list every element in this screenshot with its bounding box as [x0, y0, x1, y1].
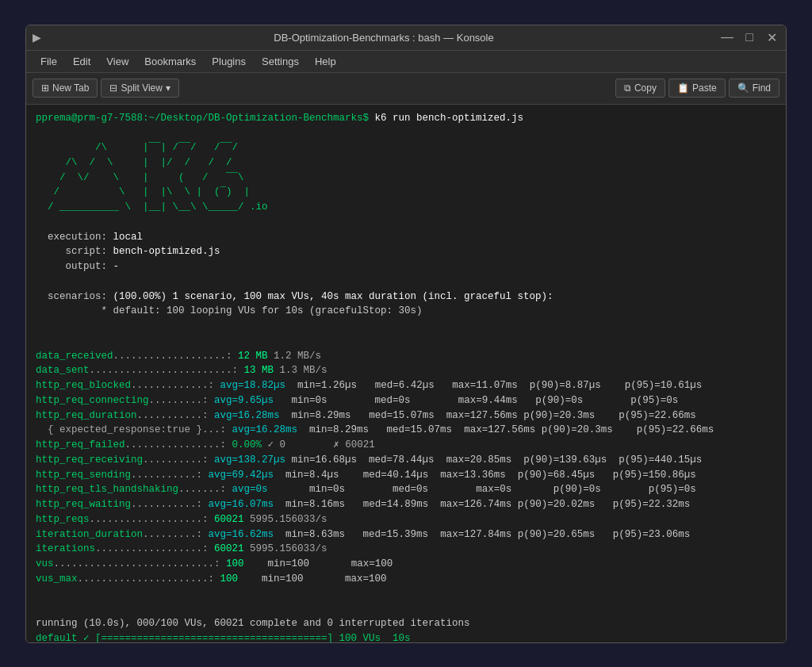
new-tab-icon: ⊞ [41, 82, 49, 94]
menu-bookmarks[interactable]: Bookmarks [136, 52, 204, 71]
menu-plugins[interactable]: Plugins [204, 52, 254, 71]
paste-button[interactable]: 📋 Paste [668, 79, 726, 98]
menu-view[interactable]: View [98, 52, 136, 71]
menu-help[interactable]: Help [307, 52, 344, 71]
menu-edit[interactable]: Edit [65, 52, 98, 71]
close-button[interactable]: ✕ [764, 30, 779, 45]
find-icon: 🔍 [737, 82, 749, 94]
menu-settings[interactable]: Settings [254, 52, 307, 71]
title-bar: ▶ DB-Optimization-Benchmarks : bash — Ko… [26, 25, 786, 51]
menubar: File Edit View Bookmarks Plugins Setting… [26, 51, 786, 73]
maximize-button[interactable]: □ [741, 30, 757, 44]
minimize-button[interactable]: — [719, 30, 735, 44]
konsole-window: ▶ DB-Optimization-Benchmarks : bash — Ko… [25, 25, 787, 643]
toolbar-right: ⧉ Copy 📋 Paste 🔍 Find [615, 79, 779, 98]
split-view-button[interactable]: ⊟ Split View ▾ [101, 79, 178, 98]
window-title: DB-Optimization-Benchmarks : bash — Kons… [48, 32, 719, 44]
menu-file[interactable]: File [33, 52, 65, 71]
toolbar-left: ⊞ New Tab ⊟ Split View ▾ [33, 79, 179, 98]
copy-button[interactable]: ⧉ Copy [615, 79, 665, 98]
split-view-icon: ⊟ [109, 82, 117, 94]
window-icon: ▶ [33, 31, 48, 44]
paste-icon: 📋 [677, 82, 689, 94]
find-button[interactable]: 🔍 Find [729, 79, 779, 98]
copy-icon: ⧉ [624, 82, 631, 94]
new-tab-button[interactable]: ⊞ New Tab [33, 79, 98, 98]
terminal-output[interactable]: pprema@prm-g7-7588:~/Desktop/DB-Optimiza… [26, 105, 786, 642]
toolbar: ⊞ New Tab ⊟ Split View ▾ ⧉ Copy 📋 Paste … [26, 73, 786, 105]
window-controls: — □ ✕ [719, 30, 779, 45]
